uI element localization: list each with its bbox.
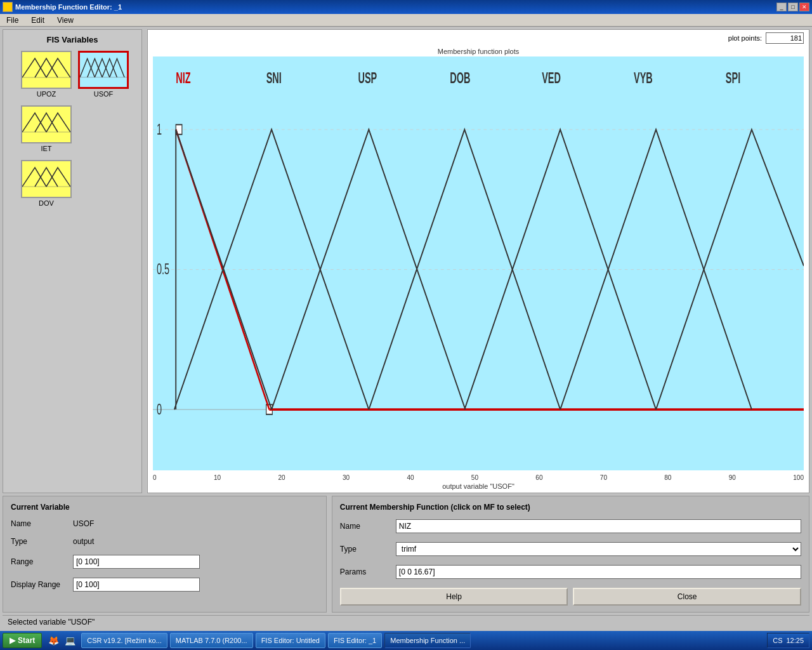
fis-var-box-dov[interactable] bbox=[21, 160, 72, 198]
main-content: FIS Variables UPOZ bbox=[0, 27, 812, 631]
svg-text:NIZ: NIZ bbox=[176, 70, 191, 86]
close-button[interactable]: Close bbox=[573, 588, 801, 606]
plot-points-input[interactable] bbox=[766, 32, 804, 44]
fis-row-1: UPOZ bbox=[8, 51, 129, 98]
current-mf-panel: Current Membership Function (click on MF… bbox=[332, 496, 809, 613]
svg-text:DOB: DOB bbox=[450, 70, 470, 86]
membership-function-svg: 1 0.5 0 NIZ SNI USP DOB VED VYB SPI bbox=[153, 56, 804, 470]
taskbar-item-fis-1-label: FIS Editor: _1 bbox=[334, 637, 376, 644]
x-label-0: 0 bbox=[153, 474, 157, 481]
svg-text:1: 1 bbox=[157, 121, 162, 137]
fis-row-3: DOV bbox=[8, 160, 72, 207]
bottom-section: Current Variable Name USOF Type output R… bbox=[3, 496, 809, 628]
current-variable-panel: Current Variable Name USOF Type output R… bbox=[3, 496, 327, 613]
fis-var-upoz[interactable]: UPOZ bbox=[21, 51, 72, 98]
taskbar-item-fis-untitled[interactable]: FIS Editor: Untitled bbox=[256, 633, 325, 648]
current-mf-title: Current Membership Function (click on MF… bbox=[340, 503, 801, 512]
plot-points-label: plot points: bbox=[728, 34, 762, 42]
plot-x-title: output variable "USOF" bbox=[148, 482, 809, 493]
mf-type-label: Type bbox=[340, 545, 391, 554]
minimize-button[interactable]: _ bbox=[776, 3, 787, 11]
type-field-row: Type output bbox=[11, 537, 318, 546]
plot-title: Membership function plots bbox=[148, 46, 809, 56]
menu-view[interactable]: View bbox=[53, 15, 77, 26]
x-label-20: 20 bbox=[278, 474, 285, 481]
svg-rect-1 bbox=[80, 53, 127, 88]
taskbar-icon-1: 🦊 bbox=[47, 634, 60, 647]
svg-text:USP: USP bbox=[358, 70, 377, 86]
svg-text:SNI: SNI bbox=[266, 70, 282, 86]
range-input[interactable] bbox=[73, 555, 200, 569]
taskbar-time: 12:25 bbox=[786, 637, 804, 644]
fis-var-label-dov: DOV bbox=[39, 199, 54, 207]
fis-var-label-iet: IET bbox=[41, 145, 51, 152]
name-value: USOF bbox=[73, 519, 94, 528]
x-label-40: 40 bbox=[407, 474, 414, 481]
svg-text:VED: VED bbox=[542, 70, 561, 86]
fis-var-iet[interactable]: IET bbox=[21, 105, 72, 152]
start-icon: ▶ bbox=[10, 636, 15, 645]
title-bar: Membership Function Editor: _1 _ □ ✕ bbox=[0, 0, 812, 14]
taskbar: ▶ Start 🦊 💻 CSR v19.2. [Režim ko... MATL… bbox=[0, 631, 812, 650]
x-label-100: 100 bbox=[793, 474, 804, 481]
x-label-50: 50 bbox=[471, 474, 478, 481]
x-label-10: 10 bbox=[214, 474, 221, 481]
fis-var-box-iet[interactable] bbox=[21, 105, 72, 143]
display-range-field-row: Display Range bbox=[11, 578, 318, 592]
start-label: Start bbox=[18, 636, 35, 645]
fis-variables-title: FIS Variables bbox=[47, 35, 98, 44]
plot-panel: plot points: Membership function plots 1… bbox=[147, 29, 809, 493]
svg-text:VYB: VYB bbox=[634, 70, 653, 86]
taskbar-item-fis-1[interactable]: FIS Editor: _1 bbox=[328, 633, 382, 648]
plot-x-labels: 0 10 20 30 40 50 60 70 80 90 100 bbox=[148, 473, 809, 482]
fis-variables-panel: FIS Variables UPOZ bbox=[3, 29, 142, 493]
plot-area[interactable]: 1 0.5 0 NIZ SNI USP DOB VED VYB SPI bbox=[153, 56, 804, 470]
display-range-label: Display Range bbox=[11, 580, 68, 589]
mf-type-select[interactable]: trimf trapmf gaussmf gauss2mf bbox=[396, 542, 801, 556]
taskbar-icon-2: 💻 bbox=[63, 634, 76, 647]
name-label: Name bbox=[11, 519, 68, 528]
taskbar-item-matlab[interactable]: MATLAB 7.7.0 (R200... bbox=[170, 633, 253, 648]
x-label-30: 30 bbox=[343, 474, 350, 481]
fis-var-box-upoz[interactable] bbox=[21, 51, 72, 89]
svg-text:0: 0 bbox=[157, 401, 162, 417]
taskbar-item-fis-untitled-label: FIS Editor: Untitled bbox=[261, 637, 320, 644]
x-label-90: 90 bbox=[729, 474, 736, 481]
display-range-input[interactable] bbox=[73, 578, 200, 592]
x-label-60: 60 bbox=[535, 474, 542, 481]
taskbar-right: CS 12:25 bbox=[767, 633, 809, 648]
name-field-row: Name USOF bbox=[11, 519, 318, 528]
menu-file[interactable]: File bbox=[3, 15, 22, 26]
taskbar-item-matlab-label: MATLAB 7.7.0 (R200... bbox=[176, 637, 247, 644]
top-section: FIS Variables UPOZ bbox=[3, 29, 809, 493]
menu-edit[interactable]: Edit bbox=[27, 15, 48, 26]
fis-var-dov[interactable]: DOV bbox=[21, 160, 72, 207]
type-value: output bbox=[73, 537, 94, 546]
window-title: Membership Function Editor: _1 bbox=[15, 3, 122, 11]
x-label-70: 70 bbox=[600, 474, 607, 481]
status-bar: Selected variable "USOF" bbox=[3, 615, 809, 628]
range-label: Range bbox=[11, 557, 68, 566]
taskbar-item-mf[interactable]: Membership Function ... bbox=[384, 633, 471, 648]
status-text: Selected variable "USOF" bbox=[8, 618, 95, 627]
panels-row: Current Variable Name USOF Type output R… bbox=[3, 496, 809, 613]
fis-var-usof[interactable]: USOF bbox=[78, 51, 129, 98]
taskbar-item-csr[interactable]: CSR v19.2. [Režim ko... bbox=[81, 633, 167, 648]
buttons-row: Help Close bbox=[340, 588, 801, 606]
close-button[interactable]: ✕ bbox=[799, 3, 809, 11]
mf-params-input[interactable] bbox=[396, 565, 801, 579]
fis-var-box-usof[interactable] bbox=[78, 51, 129, 89]
maximize-button[interactable]: □ bbox=[788, 3, 798, 11]
menu-bar: File Edit View bbox=[0, 14, 812, 27]
current-variable-title: Current Variable bbox=[11, 503, 318, 512]
svg-text:0.5: 0.5 bbox=[157, 262, 169, 277]
mf-name-input[interactable] bbox=[396, 519, 801, 533]
help-button[interactable]: Help bbox=[340, 588, 568, 606]
taskbar-item-mf-label: Membership Function ... bbox=[390, 637, 465, 644]
mf-params-label: Params bbox=[340, 567, 391, 576]
title-bar-controls: _ □ ✕ bbox=[776, 3, 809, 11]
fis-vars-grid: UPOZ bbox=[8, 51, 136, 207]
mf-type-row: Type trimf trapmf gaussmf gauss2mf bbox=[340, 542, 801, 556]
taskbar-icons: 🦊 💻 bbox=[47, 634, 76, 647]
start-button[interactable]: ▶ Start bbox=[3, 633, 42, 648]
